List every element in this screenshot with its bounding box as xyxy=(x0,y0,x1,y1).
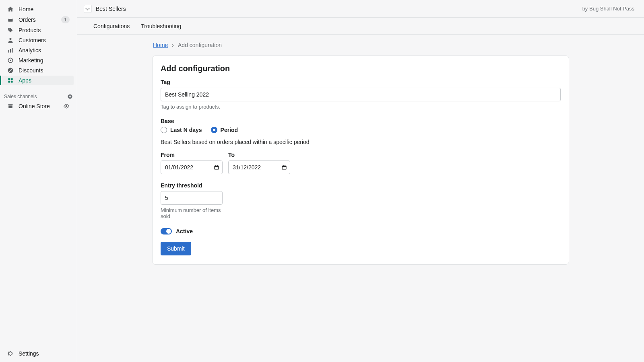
primary-nav: Home Orders 1 Products Customers A xyxy=(0,0,77,87)
sidebar: Home Orders 1 Products Customers A xyxy=(0,0,77,362)
orders-badge: 1 xyxy=(61,16,70,23)
svg-text:T: T xyxy=(88,8,90,10)
sidebar-item-home[interactable]: Home xyxy=(3,4,74,14)
active-toggle[interactable] xyxy=(161,228,172,234)
svg-rect-5 xyxy=(10,49,11,53)
svg-rect-13 xyxy=(11,81,13,83)
sidebar-item-label: Orders xyxy=(19,16,36,23)
tab-troubleshooting[interactable]: Troubleshooting xyxy=(141,23,181,29)
radio-label: Period xyxy=(221,127,238,133)
svg-rect-10 xyxy=(8,78,10,80)
tag-label: Tag xyxy=(161,79,561,85)
sidebar-item-customers[interactable]: Customers xyxy=(3,35,74,45)
threshold-label: Entry threshold xyxy=(161,182,223,189)
svg-rect-1 xyxy=(8,18,12,19)
breadcrumb: Home › Add configuration xyxy=(153,42,569,48)
app-bar: TTT Best Sellers by Bug Shall Not Pass xyxy=(77,0,644,18)
radio-label: Last N days xyxy=(170,127,202,133)
sidebar-item-label: Home xyxy=(19,6,33,12)
sidebar-footer: Settings xyxy=(0,345,77,362)
threshold-input[interactable] xyxy=(161,191,223,205)
radio-icon xyxy=(161,127,167,133)
app-logo-icon: TTT xyxy=(84,5,92,13)
threshold-help: Minimum number of items sold xyxy=(161,207,223,219)
section-label: Sales channels xyxy=(4,94,37,99)
sidebar-item-online-store[interactable]: Online Store xyxy=(3,101,74,111)
main: TTT Best Sellers by Bug Shall Not Pass C… xyxy=(77,0,644,362)
products-icon xyxy=(7,27,14,33)
home-icon xyxy=(7,6,14,12)
svg-text:T: T xyxy=(85,8,87,10)
toggle-knob xyxy=(166,229,171,234)
svg-rect-6 xyxy=(12,48,12,52)
svg-point-2 xyxy=(9,29,10,29)
tag-help: Tag to assign to products. xyxy=(161,104,561,110)
svg-point-3 xyxy=(9,38,11,40)
view-store-icon[interactable] xyxy=(63,103,70,109)
app-title: Best Sellers xyxy=(96,6,126,12)
content: Home › Add configuration Add configurati… xyxy=(77,35,644,362)
sidebar-item-marketing[interactable]: Marketing xyxy=(3,56,74,65)
to-label: To xyxy=(228,152,290,158)
radio-period[interactable]: Period xyxy=(211,127,238,133)
sidebar-item-apps[interactable]: Apps xyxy=(0,76,74,85)
sidebar-item-discounts[interactable]: Discounts xyxy=(3,66,74,75)
discounts-icon xyxy=(7,67,14,74)
chevron-right-icon: › xyxy=(172,42,174,48)
sales-channels-header: Sales channels xyxy=(0,87,77,101)
sidebar-item-label: Apps xyxy=(19,77,31,84)
sidebar-item-label: Products xyxy=(19,27,41,33)
config-form-card: Add configuration Tag Tag to assign to p… xyxy=(152,56,569,265)
sidebar-item-label: Discounts xyxy=(19,67,43,74)
sidebar-item-label: Online Store xyxy=(19,103,50,109)
svg-rect-4 xyxy=(8,50,9,53)
radio-last-n-days[interactable]: Last N days xyxy=(161,127,202,133)
svg-rect-12 xyxy=(8,81,10,83)
to-date-input[interactable] xyxy=(228,160,290,174)
sidebar-item-analytics[interactable]: Analytics xyxy=(3,45,74,55)
svg-point-15 xyxy=(66,105,68,107)
sidebar-item-label: Marketing xyxy=(19,57,43,64)
app-byline: by Bug Shall Not Pass xyxy=(582,6,634,12)
radio-icon xyxy=(211,127,217,133)
apps-icon xyxy=(7,77,14,84)
channels-nav: Online Store xyxy=(0,101,77,113)
sidebar-item-settings[interactable]: Settings xyxy=(3,349,74,358)
base-radio-group: Last N days Period xyxy=(161,127,561,133)
svg-point-8 xyxy=(10,60,11,61)
tab-configurations[interactable]: Configurations xyxy=(93,23,130,29)
active-label: Active xyxy=(176,228,193,234)
base-label: Base xyxy=(161,118,561,124)
page-title: Add configuration xyxy=(161,64,561,73)
tabs: Configurations Troubleshooting xyxy=(77,18,644,35)
sidebar-item-orders[interactable]: Orders 1 xyxy=(3,14,74,25)
sidebar-item-label: Customers xyxy=(19,37,46,43)
customers-icon xyxy=(7,37,14,43)
orders-icon xyxy=(7,16,14,23)
tag-input[interactable] xyxy=(161,88,561,101)
base-description: Best Sellers based on orders placed with… xyxy=(161,139,561,145)
store-icon xyxy=(7,103,14,109)
from-label: From xyxy=(161,152,223,158)
marketing-icon xyxy=(7,57,14,64)
from-date-input[interactable] xyxy=(161,160,223,174)
submit-button[interactable]: Submit xyxy=(161,242,191,255)
add-channel-icon[interactable] xyxy=(67,94,73,99)
sidebar-item-label: Settings xyxy=(19,350,39,357)
sidebar-item-products[interactable]: Products xyxy=(3,25,74,35)
svg-rect-11 xyxy=(11,78,13,80)
breadcrumb-current: Add configuration xyxy=(178,42,222,48)
breadcrumb-home-link[interactable]: Home xyxy=(153,42,168,48)
sidebar-item-label: Analytics xyxy=(19,47,41,53)
analytics-icon xyxy=(7,47,14,53)
gear-icon xyxy=(7,350,14,357)
